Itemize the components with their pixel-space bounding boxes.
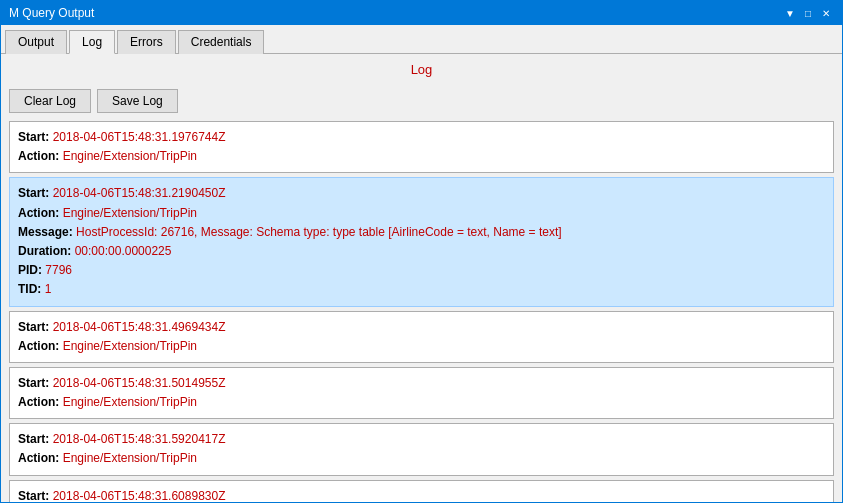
field-value: 1 [45,282,52,296]
field-value: HostProcessId: 26716, Message: Schema ty… [76,225,562,239]
log-field: PID: 7796 [18,261,825,280]
log-entry[interactable]: Start: 2018-04-06T15:48:31.5014955ZActio… [9,367,834,419]
log-field: Action: Engine/Extension/TripPin [18,204,825,223]
main-window: M Query Output ▼ □ ✕ Output Log Errors C… [0,0,843,503]
field-label: PID: [18,263,42,277]
log-field: Action: Engine/Extension/TripPin [18,337,825,356]
field-label: Action: [18,451,59,465]
field-value: Engine/Extension/TripPin [63,395,197,409]
minimize-button[interactable]: ▼ [782,5,798,21]
log-field: Start: 2018-04-06T15:48:31.5014955Z [18,374,825,393]
field-label: Action: [18,206,59,220]
field-label: Start: [18,130,49,144]
log-field: Action: Engine/Extension/TripPin [18,393,825,412]
log-entry[interactable]: Start: 2018-04-06T15:48:31.6089830ZActio… [9,480,834,502]
field-value: 2018-04-06T15:48:31.5920417Z [53,432,226,446]
log-field: Action: Engine/Extension/TripPin [18,449,825,468]
close-button[interactable]: ✕ [818,5,834,21]
toolbar: Clear Log Save Log [1,85,842,121]
field-label: Start: [18,489,49,502]
field-label: Start: [18,432,49,446]
field-label: Action: [18,149,59,163]
log-field: Start: 2018-04-06T15:48:31.4969434Z [18,318,825,337]
log-field: TID: 1 [18,280,825,299]
field-label: Action: [18,395,59,409]
tab-credentials[interactable]: Credentials [178,30,265,54]
field-value: 7796 [45,263,72,277]
field-value: 2018-04-06T15:48:31.1976744Z [53,130,226,144]
field-value: Engine/Extension/TripPin [63,339,197,353]
clear-log-button[interactable]: Clear Log [9,89,91,113]
field-value: 2018-04-06T15:48:31.2190450Z [53,186,226,200]
log-field: Duration: 00:00:00.0000225 [18,242,825,261]
field-value: Engine/Extension/TripPin [63,451,197,465]
window-title: M Query Output [9,6,94,20]
tab-log[interactable]: Log [69,30,115,54]
content-area: Log Clear Log Save Log Start: 2018-04-06… [1,54,842,502]
log-entry[interactable]: Start: 2018-04-06T15:48:31.2190450ZActio… [9,177,834,306]
tab-output[interactable]: Output [5,30,67,54]
tab-errors[interactable]: Errors [117,30,176,54]
field-label: Start: [18,320,49,334]
log-field: Start: 2018-04-06T15:48:31.1976744Z [18,128,825,147]
log-entry[interactable]: Start: 2018-04-06T15:48:31.4969434ZActio… [9,311,834,363]
log-field: Start: 2018-04-06T15:48:31.6089830Z [18,487,825,502]
field-value: 2018-04-06T15:48:31.6089830Z [53,489,226,502]
log-field: Message: HostProcessId: 26716, Message: … [18,223,825,242]
log-field: Start: 2018-04-06T15:48:31.2190450Z [18,184,825,203]
save-log-button[interactable]: Save Log [97,89,178,113]
log-title: Log [1,54,842,85]
log-entries-container[interactable]: Start: 2018-04-06T15:48:31.1976744ZActio… [1,121,842,502]
log-field: Start: 2018-04-06T15:48:31.5920417Z [18,430,825,449]
log-field: Action: Engine/Extension/TripPin [18,147,825,166]
field-value: Engine/Extension/TripPin [63,206,197,220]
field-label: Duration: [18,244,71,258]
title-bar: M Query Output ▼ □ ✕ [1,1,842,25]
field-label: Start: [18,186,49,200]
maximize-button[interactable]: □ [800,5,816,21]
field-value: 2018-04-06T15:48:31.4969434Z [53,320,226,334]
field-value: Engine/Extension/TripPin [63,149,197,163]
field-label: Message: [18,225,73,239]
field-label: TID: [18,282,41,296]
field-value: 00:00:00.0000225 [75,244,172,258]
log-entry[interactable]: Start: 2018-04-06T15:48:31.1976744ZActio… [9,121,834,173]
tab-bar: Output Log Errors Credentials [1,25,842,54]
field-value: 2018-04-06T15:48:31.5014955Z [53,376,226,390]
field-label: Start: [18,376,49,390]
log-entry[interactable]: Start: 2018-04-06T15:48:31.5920417ZActio… [9,423,834,475]
field-label: Action: [18,339,59,353]
title-controls: ▼ □ ✕ [782,5,834,21]
